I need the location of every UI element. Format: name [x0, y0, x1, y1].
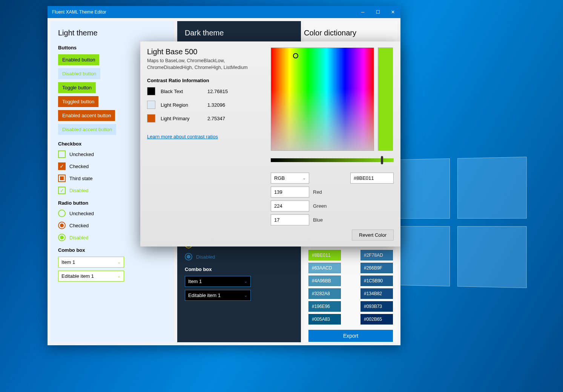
radio-icon: [58, 234, 66, 241]
toggled-button[interactable]: Toggled button: [58, 96, 98, 107]
revert-color-button[interactable]: Revert Color: [352, 230, 394, 240]
saturation-value-picker[interactable]: [271, 47, 374, 151]
color-swatch[interactable]: #63AACD: [308, 263, 341, 273]
contrast-heading: Contrast Ratio Information: [147, 78, 264, 83]
chevron-down-icon: ⌄: [302, 176, 306, 181]
checkmark-icon: ✓: [58, 187, 66, 194]
contrast-value: 12.76815: [207, 89, 228, 94]
blue-input[interactable]: [271, 214, 309, 225]
radio-icon: [58, 210, 66, 217]
contrast-name: Black Text: [161, 89, 202, 94]
color-swatch[interactable]: #4A96BB: [308, 276, 341, 286]
combo-section-label: Combo box: [58, 247, 167, 253]
minimize-button[interactable]: ─: [355, 6, 370, 18]
popup-description: Maps to BaseLow, ChromeBlackLow, ChromeD…: [147, 58, 264, 71]
color-swatch[interactable]: #3282A8: [308, 288, 341, 299]
color-swatch[interactable]: #134B82: [361, 288, 393, 299]
contrast-value: 2.75347: [207, 116, 225, 121]
indeterminate-icon: [58, 175, 66, 182]
brightness-slider[interactable]: [271, 158, 394, 162]
swatch-grid: #8BE011#2F78AD#63AACD#266B9F#4A96BB#1C5B…: [308, 250, 393, 325]
checkbox-icon: [58, 150, 66, 158]
popup-title: Light Base 500: [147, 47, 264, 56]
radio-icon: [58, 222, 66, 229]
contrast-swatch: [147, 101, 155, 109]
dark-combo-section-label: Combo box: [185, 266, 293, 272]
color-swatch[interactable]: #266B9F: [361, 263, 393, 273]
contrast-swatch: [147, 114, 155, 122]
color-swatch[interactable]: #196E96: [308, 301, 341, 312]
window-title: Fluent XAML Theme Editor: [52, 9, 106, 15]
dark-editable-combo-box[interactable]: Editable item 1 ⌄: [185, 290, 251, 301]
maximize-button[interactable]: ☐: [370, 6, 385, 18]
picker-cursor[interactable]: [293, 53, 298, 58]
close-button[interactable]: ✕: [385, 6, 400, 18]
chevron-down-icon: ⌄: [244, 293, 247, 298]
contrast-name: Light Region: [161, 102, 202, 108]
contrast-value: 1.32096: [207, 102, 225, 108]
green-input[interactable]: [271, 201, 309, 211]
disabled-button: Disabled button: [58, 68, 100, 79]
chevron-down-icon: ⌄: [244, 279, 247, 284]
color-dictionary-title: Color dictionary: [304, 29, 397, 37]
color-swatch[interactable]: #8BE011: [308, 250, 341, 260]
color-picker-popup: Light Base 500 Maps to BaseLow, ChromeBl…: [140, 41, 400, 247]
color-mode-select[interactable]: RGB ⌄: [271, 173, 309, 184]
contrast-swatch: [147, 87, 155, 95]
slider-thumb[interactable]: [381, 156, 383, 164]
color-swatch[interactable]: #002B65: [361, 314, 393, 325]
color-swatch[interactable]: #005A83: [308, 314, 341, 325]
export-button[interactable]: Export: [308, 330, 393, 342]
toggle-button[interactable]: Toggle button: [58, 82, 96, 93]
contrast-row: Black Text 12.76815: [147, 87, 264, 95]
chevron-down-icon: ⌄: [117, 260, 121, 265]
red-input[interactable]: [271, 187, 309, 198]
windows-logo: [384, 157, 527, 288]
checkmark-icon: ✓: [58, 162, 66, 170]
contrast-name: Light Primary: [161, 116, 202, 121]
contrast-row: Light Region 1.32096: [147, 101, 264, 109]
blue-label: Blue: [313, 217, 323, 223]
color-swatch[interactable]: #093B73: [361, 301, 393, 312]
combo-box[interactable]: Item 1 ⌄: [58, 257, 124, 268]
hex-input[interactable]: [350, 173, 394, 184]
dark-radio-disabled: Disabled: [185, 253, 293, 260]
color-swatch[interactable]: #1C5B90: [361, 276, 393, 286]
green-label: Green: [313, 203, 327, 209]
dark-theme-title: Dark theme: [185, 29, 293, 37]
light-theme-title: Light theme: [58, 29, 167, 37]
titlebar[interactable]: Fluent XAML Theme Editor ─ ☐ ✕: [48, 6, 400, 18]
editable-combo-box[interactable]: Editable item 1 ⌄: [58, 271, 124, 282]
color-preview: [378, 47, 393, 151]
chevron-down-icon: ⌄: [117, 274, 121, 279]
dark-combo-box[interactable]: Item 1 ⌄: [185, 276, 251, 287]
contrast-row: Light Primary 2.75347: [147, 114, 264, 122]
enabled-accent-button[interactable]: Enabled accent button: [58, 110, 115, 121]
radio-icon: [185, 253, 192, 260]
contrast-link[interactable]: Learn more about contrast ratios: [147, 134, 218, 139]
color-swatch[interactable]: #2F78AD: [361, 250, 393, 260]
red-label: Red: [313, 189, 322, 195]
enabled-button[interactable]: Enabled button: [58, 54, 99, 65]
disabled-accent-button: Disabled accent button: [58, 124, 116, 135]
